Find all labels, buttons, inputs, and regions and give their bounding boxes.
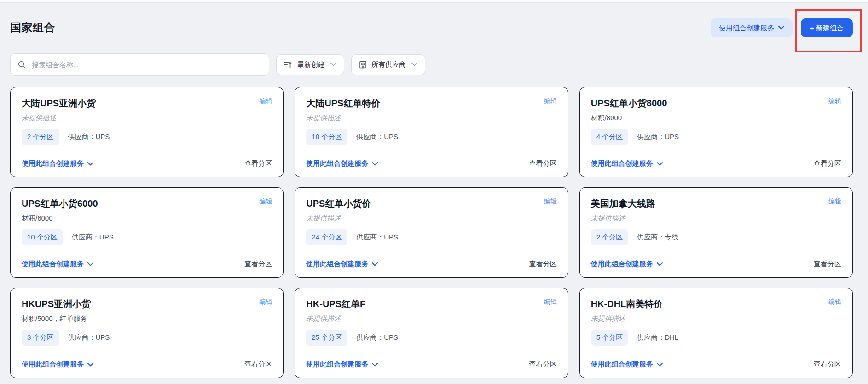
edit-link[interactable]: 编辑 bbox=[544, 198, 557, 206]
edit-link[interactable]: 编辑 bbox=[544, 298, 557, 306]
partitions-badge: 2 个分区 bbox=[591, 229, 629, 245]
partitions-badge: 10 个分区 bbox=[306, 129, 347, 145]
building-icon bbox=[359, 61, 367, 69]
chevron-down-icon bbox=[657, 262, 663, 266]
edit-link[interactable]: 编辑 bbox=[828, 97, 841, 105]
create-service-with-combination-label: 使用此组合创建服务 bbox=[591, 159, 653, 168]
card-footer: 使用此组合创建服务 查看分区 bbox=[591, 159, 841, 168]
partitions-badge: 10 个分区 bbox=[22, 229, 63, 245]
combinations-grid: 大陆UPS亚洲小货 编辑 未提供描述 2 个分区 供应商：UPS 使用此组合创建… bbox=[10, 87, 853, 378]
new-combination-button[interactable]: + 新建组合 bbox=[801, 18, 853, 37]
card-head: HK-DHL南美特价 编辑 bbox=[591, 298, 841, 310]
create-service-from-combination-button[interactable]: 使用组合创建服务 bbox=[711, 18, 793, 37]
supplier-value: UPS bbox=[96, 133, 110, 140]
header-actions: 使用组合创建服务 + 新建组合 bbox=[711, 18, 853, 37]
create-service-with-combination-label: 使用此组合创建服务 bbox=[591, 360, 653, 369]
card-description: 未提供描述 bbox=[22, 114, 272, 122]
create-service-with-combination-link[interactable]: 使用此组合创建服务 bbox=[306, 360, 378, 369]
edit-link[interactable]: 编辑 bbox=[259, 97, 272, 105]
card-head: 美国加拿大线路 编辑 bbox=[591, 198, 841, 210]
card-description: 材积/8000 bbox=[591, 114, 841, 122]
supplier-prefix: 供应商： bbox=[72, 233, 99, 241]
card-head: UPS红单小货价 编辑 bbox=[306, 198, 556, 210]
create-service-with-combination-label: 使用此组合创建服务 bbox=[591, 260, 653, 268]
combination-title: UPS红单小货8000 bbox=[591, 97, 667, 110]
create-service-with-combination-link[interactable]: 使用此组合创建服务 bbox=[306, 159, 378, 168]
chevron-down-icon bbox=[372, 363, 378, 367]
create-service-with-combination-link[interactable]: 使用此组合创建服务 bbox=[306, 260, 378, 268]
chevron-down-icon bbox=[411, 63, 417, 66]
card-head: 大陆UPS红单特价 编辑 bbox=[306, 97, 556, 110]
supplier-text: 供应商：UPS bbox=[356, 333, 398, 342]
supplier-value: UPS bbox=[96, 333, 110, 341]
chevron-down-icon bbox=[778, 26, 784, 29]
create-service-with-combination-link[interactable]: 使用此组合创建服务 bbox=[591, 360, 663, 369]
card-meta: 3 个分区 供应商：UPS bbox=[22, 330, 272, 346]
card-footer: 使用此组合创建服务 查看分区 bbox=[306, 260, 556, 268]
card-footer: 使用此组合创建服务 查看分区 bbox=[22, 260, 272, 268]
view-partitions-link[interactable]: 查看分区 bbox=[814, 159, 841, 168]
view-partitions-link[interactable]: 查看分区 bbox=[244, 159, 272, 168]
create-service-with-combination-label: 使用此组合创建服务 bbox=[306, 159, 368, 168]
view-partitions-link[interactable]: 查看分区 bbox=[529, 260, 557, 268]
edit-link[interactable]: 编辑 bbox=[828, 198, 841, 206]
create-service-with-combination-link[interactable]: 使用此组合创建服务 bbox=[22, 360, 93, 369]
card-head: 大陆UPS亚洲小货 编辑 bbox=[22, 97, 272, 110]
chevron-down-icon bbox=[87, 363, 93, 367]
new-combination-button-wrap: + 新建组合 bbox=[801, 18, 853, 37]
create-service-with-combination-link[interactable]: 使用此组合创建服务 bbox=[591, 159, 663, 168]
chevron-down-icon bbox=[657, 363, 663, 367]
supplier-text: 供应商：UPS bbox=[68, 133, 110, 141]
search-input[interactable] bbox=[31, 60, 261, 69]
edit-link[interactable]: 编辑 bbox=[828, 298, 841, 306]
card-head: UPS红单小货6000 编辑 bbox=[22, 198, 272, 210]
combination-card: 大陆UPS亚洲小货 编辑 未提供描述 2 个分区 供应商：UPS 使用此组合创建… bbox=[10, 87, 284, 177]
card-description: 未提供描述 bbox=[591, 214, 841, 223]
card-description: 未提供描述 bbox=[306, 314, 556, 323]
card-description: 材积/6000 bbox=[22, 214, 272, 223]
create-service-from-combination-label: 使用组合创建服务 bbox=[719, 24, 774, 31]
view-partitions-link[interactable]: 查看分区 bbox=[529, 159, 557, 168]
combination-card: HK-DHL南美特价 编辑 未提供描述 5 个分区 供应商：DHL 使用此组合创… bbox=[579, 288, 853, 378]
partitions-badge: 5 个分区 bbox=[591, 330, 629, 346]
view-partitions-link[interactable]: 查看分区 bbox=[244, 260, 272, 268]
view-partitions-link[interactable]: 查看分区 bbox=[814, 260, 841, 268]
combination-title: HK-DHL南美特价 bbox=[591, 298, 663, 310]
partitions-badge: 3 个分区 bbox=[22, 330, 59, 346]
card-head: HKUPS亚洲小货 编辑 bbox=[22, 298, 272, 310]
create-service-with-combination-label: 使用此组合创建服务 bbox=[306, 260, 368, 268]
chevron-down-icon bbox=[87, 262, 93, 266]
combination-card: UPS红单小货6000 编辑 材积/6000 10 个分区 供应商：UPS 使用… bbox=[10, 187, 284, 278]
supplier-prefix: 供应商： bbox=[637, 233, 665, 241]
search-box[interactable] bbox=[10, 53, 269, 76]
create-service-with-combination-link[interactable]: 使用此组合创建服务 bbox=[591, 260, 663, 268]
sort-ascending-icon bbox=[284, 61, 293, 68]
chevron-down-icon bbox=[330, 63, 336, 66]
view-partitions-link[interactable]: 查看分区 bbox=[814, 360, 841, 369]
supplier-prefix: 供应商： bbox=[637, 133, 665, 140]
edit-link[interactable]: 编辑 bbox=[259, 198, 272, 206]
card-meta: 2 个分区 供应商：专线 bbox=[591, 229, 841, 245]
edit-link[interactable]: 编辑 bbox=[259, 298, 272, 306]
card-footer: 使用此组合创建服务 查看分区 bbox=[22, 360, 272, 369]
combination-title: 大陆UPS亚洲小货 bbox=[22, 97, 96, 110]
supplier-value: 专线 bbox=[665, 233, 678, 241]
partitions-badge: 24 个分区 bbox=[306, 229, 347, 245]
card-head: UPS红单小货8000 编辑 bbox=[591, 97, 841, 110]
card-head: HK-UPS红单F 编辑 bbox=[306, 298, 556, 310]
combination-title: 美国加拿大线路 bbox=[591, 198, 655, 210]
view-partitions-link[interactable]: 查看分区 bbox=[244, 360, 272, 369]
view-partitions-link[interactable]: 查看分区 bbox=[529, 360, 557, 369]
supplier-filter-dropdown[interactable]: 所有供应商 bbox=[351, 54, 425, 75]
supplier-text: 供应商：DHL bbox=[637, 333, 678, 342]
partitions-badge: 4 个分区 bbox=[591, 129, 629, 145]
combination-card: HK-UPS红单F 编辑 未提供描述 25 个分区 供应商：UPS 使用此组合创… bbox=[295, 288, 568, 378]
card-meta: 25 个分区 供应商：UPS bbox=[306, 330, 556, 346]
edit-link[interactable]: 编辑 bbox=[544, 97, 557, 105]
create-service-with-combination-label: 使用此组合创建服务 bbox=[22, 260, 84, 268]
card-description: 未提供描述 bbox=[306, 214, 556, 223]
create-service-with-combination-link[interactable]: 使用此组合创建服务 bbox=[22, 159, 93, 168]
partitions-badge: 25 个分区 bbox=[306, 330, 347, 346]
create-service-with-combination-link[interactable]: 使用此组合创建服务 bbox=[22, 260, 93, 268]
sort-dropdown[interactable]: 最新创建 bbox=[276, 54, 344, 75]
